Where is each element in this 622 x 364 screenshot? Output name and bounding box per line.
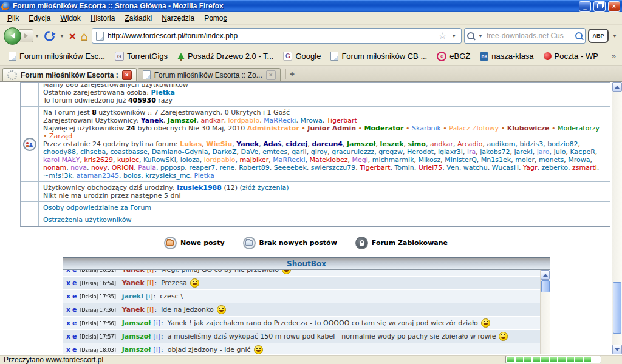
group-link[interactable]: Klubowicze [507, 124, 550, 132]
username-link[interactable]: Ven [446, 164, 459, 172]
username-link[interactable]: nova [70, 164, 87, 172]
menu-zakładki[interactable]: Zakładki [120, 13, 157, 24]
shout-delete-link[interactable]: x [66, 292, 70, 300]
menu-edycja[interactable]: Edycja [24, 13, 55, 24]
shout-info-link[interactable]: [i] [147, 270, 154, 274]
search-input[interactable]: free-downloads.net Cus [487, 32, 573, 40]
username-link[interactable]: DaVe [241, 148, 259, 156]
username-link[interactable]: kris2629 [84, 156, 113, 164]
username-link[interactable]: michmarmik [372, 156, 414, 164]
bookmark-item[interactable]: Poczta - WP [540, 50, 602, 62]
shout-delete-link[interactable]: x [66, 346, 70, 354]
group-link[interactable]: Palacz Zlotowy [449, 124, 499, 132]
username-link[interactable]: ORION [112, 164, 134, 172]
username-link[interactable]: Jamszoł [347, 140, 376, 148]
shoutbox-scrollbar[interactable] [540, 270, 550, 354]
username-link[interactable]: Tigerbart [360, 164, 390, 172]
username-link[interactable]: KacpeR [570, 148, 595, 156]
tab-close-icon[interactable]: × [122, 70, 132, 80]
shout-username[interactable]: Yanek [122, 279, 145, 287]
shout-edit-link[interactable]: e [72, 332, 77, 340]
minimize-button[interactable]: _ [579, 1, 591, 12]
username-link[interactable]: kupiec [117, 156, 139, 164]
restore-button[interactable] [593, 1, 606, 12]
tab-close-icon[interactable]: × [266, 70, 276, 80]
shout-info-link[interactable]: [i] [146, 292, 153, 300]
username-link[interactable]: ataman2345 [77, 172, 119, 180]
shout-username[interactable]: jarekl [122, 292, 143, 300]
menu-widok[interactable]: Widok [55, 13, 85, 24]
stop-button[interactable]: × [68, 29, 77, 43]
adblock-plus-button[interactable]: ABP [588, 29, 609, 43]
username-link[interactable]: bidzis3 [520, 140, 544, 148]
username-link[interactable]: leszek [380, 140, 404, 148]
username-link[interactable]: Arcadio [457, 140, 482, 148]
username-link[interactable]: jakobs72 [480, 148, 510, 156]
username-link[interactable]: bodzio82 [547, 140, 578, 148]
group-link[interactable]: Administrator [247, 124, 299, 132]
shout-edit-link[interactable]: e [72, 346, 77, 354]
bookmark-item[interactable]: Forum miłośników Esc... [5, 50, 109, 62]
username-link[interactable]: lordpablo [204, 156, 236, 164]
shout-username[interactable]: Yanek [122, 306, 145, 314]
username-link[interactable]: Mateklobez [310, 156, 348, 164]
username-link[interactable]: krzysieks_mc [145, 172, 190, 180]
shout-delete-link[interactable]: x [66, 332, 70, 340]
username-link[interactable]: bolos [123, 172, 141, 180]
username-link[interactable]: Paula [138, 164, 156, 172]
username-link[interactable]: Yanek [236, 140, 259, 148]
username-link[interactable]: emtees [262, 148, 287, 156]
shout-info-link[interactable]: [i] [147, 306, 154, 314]
username-link[interactable]: andkar [430, 140, 453, 148]
username-link[interactable]: audikom [487, 140, 515, 148]
shout-delete-link[interactable]: x [66, 270, 70, 274]
bookmark-item[interactable]: Forum miłośników CB ... [327, 50, 431, 62]
shout-info-link[interactable]: [i] [153, 346, 160, 354]
username-link[interactable]: majbiker [239, 156, 268, 164]
username-link[interactable]: Damiano-Gdynia [152, 148, 208, 156]
shout-edit-link[interactable]: e [72, 292, 77, 300]
menu-historia[interactable]: Historia [86, 13, 120, 24]
bookmark-item[interactable]: Posadź Drzewo 2.0 - T... [174, 50, 277, 62]
scroll-down-icon[interactable] [612, 345, 622, 354]
shout-username[interactable]: Jamszoł [122, 319, 151, 327]
username-link[interactable]: watchu [463, 164, 488, 172]
shout-delete-link[interactable]: x [66, 319, 70, 327]
tab-1[interactable]: Forum miłośników Escorta :× [2, 68, 137, 81]
urlbar-dropdown-icon[interactable]: ▼ [450, 33, 457, 39]
shout-username[interactable]: Yanek [122, 270, 145, 274]
address-bar[interactable]: http://www.fordescort.pl/forum/index.php… [92, 28, 462, 44]
username-link[interactable]: Herodot [407, 148, 434, 156]
username-link[interactable]: lordpablo [228, 116, 260, 124]
shoutbox-scroll-thumb[interactable] [541, 280, 550, 292]
username-link[interactable]: Yagr [523, 164, 537, 172]
scroll-thumb[interactable] [613, 282, 621, 334]
username-link[interactable]: ira [467, 148, 476, 156]
search-box[interactable]: ▼ free-downloads.net Cus [464, 28, 586, 44]
forum-responsible-link[interactable]: Osoby odpowiedzialne za Forum [43, 204, 151, 212]
close-button[interactable]: × [608, 1, 620, 12]
back-button[interactable] [4, 27, 21, 45]
page-scrollbar[interactable] [612, 82, 622, 354]
shout-edit-link[interactable]: e [72, 270, 77, 274]
shout-username[interactable]: Jamszoł [122, 346, 151, 354]
scroll-up-icon[interactable] [612, 82, 622, 92]
shout-edit-link[interactable]: e [72, 306, 77, 314]
username-link[interactable]: MaRRecki [273, 156, 305, 164]
shout-edit-link[interactable]: e [72, 279, 77, 287]
username-link[interactable]: coastbasse [110, 148, 148, 156]
shout-delete-link[interactable]: x [66, 279, 70, 287]
birthday-wishes-link[interactable]: (złóż życzenia) [239, 184, 289, 192]
username-link[interactable]: Tomin [394, 164, 414, 172]
bookmark-item[interactable]: nasza-klasa [476, 50, 537, 62]
username-link[interactable]: Jamszoł [168, 116, 197, 124]
adblock-dropdown-icon[interactable]: ▼ [611, 33, 618, 39]
bookmark-star-icon[interactable]: ☆ [439, 30, 446, 41]
username-link[interactable]: Uriel75 [419, 164, 442, 172]
username-link[interactable]: moler [515, 156, 535, 164]
tab-2[interactable]: Forum miłośników Escorta :: Zo...× [138, 68, 281, 81]
group-link[interactable]: Moderator [364, 124, 404, 132]
new-tab-button[interactable]: + [285, 69, 298, 79]
username-link[interactable]: choody88 [43, 148, 76, 156]
shout-edit-link[interactable]: e [72, 319, 77, 327]
